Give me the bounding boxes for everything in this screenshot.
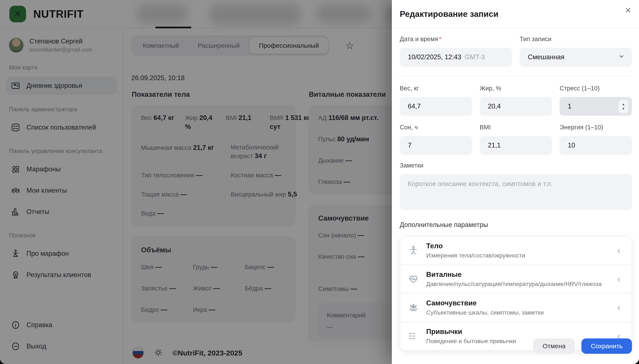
app-window: NUTRIFIT Степанов Сергей tommilliarder@g… — [0, 0, 639, 364]
notes-label: Заметки — [400, 162, 632, 169]
metric-input[interactable]: 20,4 — [480, 97, 552, 116]
metric-input-value: 20,4 — [488, 102, 501, 110]
modal-actions: Отмена Сохранить — [533, 338, 632, 354]
chevron-left-icon: ‹ — [617, 245, 620, 256]
metric-input[interactable]: 10 — [560, 136, 632, 155]
accordion-section[interactable]: Тело Измерения тела/состав/окружности ‹ — [400, 236, 631, 264]
datetime-input[interactable]: 10/02/2025, 12:43 GMT-3 — [400, 48, 512, 66]
modal-title: Редактирование записи — [400, 10, 498, 19]
body-icon — [408, 245, 419, 256]
metric-input-value: 7 — [408, 142, 411, 149]
metric-input-value: 1 — [568, 102, 571, 110]
accordion-subtitle: Измерения тела/состав/окружности — [426, 252, 525, 259]
modal-metrics-grid: Вес, кг 64,7 Жир, % 20,4 — [400, 85, 632, 155]
field-label: Энергия (1–10) — [560, 124, 632, 131]
accordion-section[interactable]: Самочувствие Субъективные шкалы, симптом… — [400, 293, 631, 322]
metric-input-value: 10 — [568, 142, 575, 149]
field-label: Дата и время* — [400, 36, 512, 42]
metric-input[interactable]: 64,7 — [400, 97, 472, 116]
accordion-subtitle: Поведение и бытовые привычки — [426, 338, 516, 344]
accordion-title: Виталные — [426, 270, 602, 278]
field-label: Вес, кг — [400, 85, 472, 92]
edit-record-modal: Редактирование записи ✕ Дата и время* 10… — [392, 0, 639, 364]
record-type-select[interactable]: Смешанная — [520, 48, 632, 66]
lotus-icon — [408, 302, 419, 313]
metric-field: Энергия (1–10) 10 — [560, 124, 632, 155]
datetime-label: Дата и время — [400, 36, 438, 42]
metric-field: BMI 21,1 — [480, 124, 552, 155]
accordion-subtitle: Давление/пульс/сатурация/температура/дых… — [426, 281, 602, 288]
metric-field: Сон, ч 7 — [400, 124, 472, 155]
divider — [400, 76, 632, 76]
field-label: Сон, ч — [400, 124, 472, 131]
required-asterisk: * — [439, 36, 441, 42]
metric-field: Стресс (1–10) 1 ▲ ▼ — [560, 85, 632, 116]
habits-icon — [408, 330, 419, 342]
field-label: Жир, % — [480, 85, 552, 92]
accordion-title: Привычки — [426, 328, 516, 336]
close-icon[interactable]: ✕ — [624, 5, 632, 16]
metric-input[interactable]: 1 ▲ ▼ — [560, 97, 632, 116]
stepper-down-icon[interactable]: ▼ — [622, 107, 625, 110]
metric-input-value: 64,7 — [408, 102, 421, 110]
chevron-left-icon: ‹ — [617, 274, 620, 284]
field-label: Стресс (1–10) — [560, 85, 632, 92]
cancel-button[interactable]: Отмена — [533, 338, 575, 354]
accordion-subtitle: Субъективные шкалы, симптомы, заметки — [426, 309, 544, 316]
metric-input[interactable]: 21,1 — [480, 136, 552, 155]
chevron-left-icon: ‹ — [617, 302, 620, 313]
record-type-value: Смешанная — [528, 53, 564, 61]
chevron-down-icon — [618, 53, 625, 61]
metric-input-value: 21,1 — [488, 142, 501, 149]
extra-params-heading: Дополнительные параметры — [400, 221, 632, 229]
field-label: Тип записи — [520, 36, 632, 42]
metric-input[interactable]: 7 — [400, 136, 472, 155]
accordion-title: Тело — [426, 242, 525, 250]
modal-body: Дата и время* 10/02/2025, 12:43 GMT-3 Ти… — [392, 28, 639, 350]
field-label: BMI — [480, 124, 552, 131]
timezone-suffix: GMT-3 — [465, 53, 485, 61]
modal-header: Редактирование записи ✕ — [392, 0, 639, 28]
accordion-title: Самочувствие — [426, 299, 544, 307]
save-button[interactable]: Сохранить — [581, 338, 632, 354]
metric-field: Вес, кг 64,7 — [400, 85, 472, 116]
extra-params-accordion: Тело Измерения тела/состав/окружности ‹ … — [400, 236, 632, 350]
stepper-up-icon[interactable]: ▲ — [622, 102, 625, 106]
heart-pulse-icon — [408, 274, 419, 284]
accordion-section[interactable]: Виталные Давление/пульс/сатурация/темпер… — [400, 264, 631, 293]
notes-textarea[interactable] — [400, 174, 632, 210]
datetime-value: 10/02/2025, 12:43 — [408, 53, 461, 61]
number-stepper[interactable]: ▲ ▼ — [619, 100, 628, 113]
metric-field: Жир, % 20,4 — [480, 85, 552, 116]
